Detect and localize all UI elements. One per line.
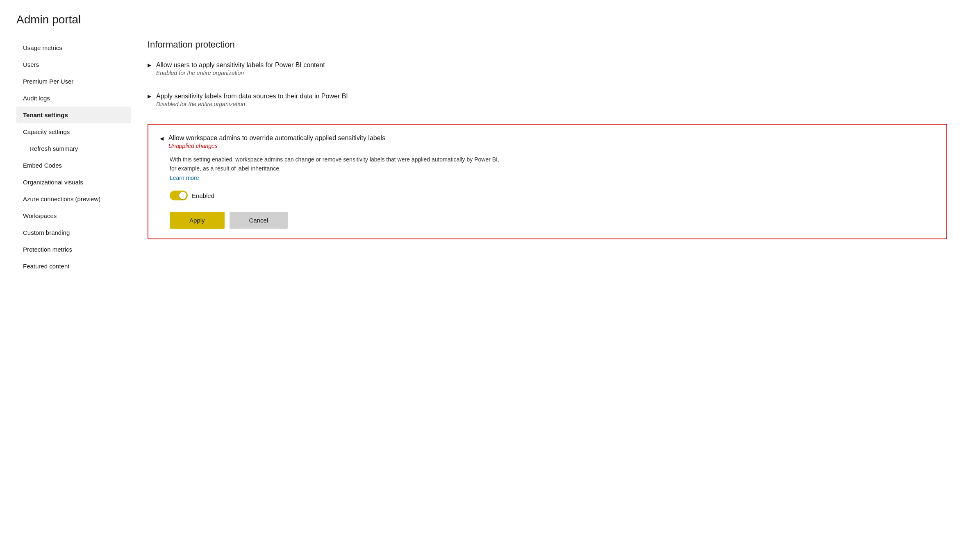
sidebar-item-usage-metrics[interactable]: Usage metrics — [16, 39, 131, 56]
section-title: Information protection — [148, 39, 947, 50]
chevron-right-icon[interactable]: ▶ — [148, 93, 151, 99]
toggle-label: Enabled — [192, 192, 214, 199]
toggle-row: Enabled — [170, 191, 935, 200]
enabled-toggle[interactable] — [170, 191, 188, 200]
sidebar-item-featured-content[interactable]: Featured content — [16, 258, 131, 275]
sidebar-item-users[interactable]: Users — [16, 56, 131, 73]
chevron-right-icon[interactable]: ▶ — [148, 62, 151, 68]
sidebar-item-embed-codes[interactable]: Embed Codes — [16, 157, 131, 174]
setting-status: Enabled for the entire organization — [156, 70, 325, 76]
sidebar-item-azure-connections[interactable]: Azure connections (preview) — [16, 191, 131, 207]
main-content: Information protection ▶ Allow users to … — [131, 39, 964, 539]
setting-row-data-source-labels: ▶ Apply sensitivity labels from data sou… — [148, 93, 947, 114]
sidebar-item-organizational-visuals[interactable]: Organizational visuals — [16, 174, 131, 191]
sidebar-item-premium-per-user[interactable]: Premium Per User — [16, 73, 131, 90]
expanded-setting-title: Allow workspace admins to override autom… — [168, 134, 385, 142]
sidebar-item-custom-branding[interactable]: Custom branding — [16, 224, 131, 241]
setting-label: Allow users to apply sensitivity labels … — [156, 61, 325, 69]
setting-status: Disabled for the entire organization — [156, 101, 348, 107]
sidebar-item-audit-logs[interactable]: Audit logs — [16, 90, 131, 107]
sidebar-item-capacity-settings[interactable]: Capacity settings — [16, 123, 131, 140]
page-title: Admin portal — [16, 13, 964, 26]
sidebar: Usage metrics Users Premium Per User Aud… — [16, 39, 131, 539]
sidebar-item-tenant-settings[interactable]: Tenant settings — [16, 107, 131, 123]
setting-label: Apply sensitivity labels from data sourc… — [156, 93, 348, 100]
learn-more-link[interactable]: Learn more — [170, 175, 199, 181]
expanded-setting-card: ◀ Allow workspace admins to override aut… — [148, 124, 947, 239]
unapplied-changes-label: Unapplied changes — [168, 143, 385, 149]
sidebar-item-refresh-summary[interactable]: Refresh summary — [16, 140, 131, 157]
setting-description: With this setting enabled, workspace adm… — [170, 155, 506, 182]
button-row: Apply Cancel — [170, 212, 935, 229]
chevron-left-icon[interactable]: ◀ — [160, 136, 164, 141]
cancel-button[interactable]: Cancel — [230, 212, 288, 229]
sidebar-item-protection-metrics[interactable]: Protection metrics — [16, 241, 131, 258]
setting-row-sensitivity-labels: ▶ Allow users to apply sensitivity label… — [148, 61, 947, 83]
apply-button[interactable]: Apply — [170, 212, 225, 229]
sidebar-item-workspaces[interactable]: Workspaces — [16, 207, 131, 224]
